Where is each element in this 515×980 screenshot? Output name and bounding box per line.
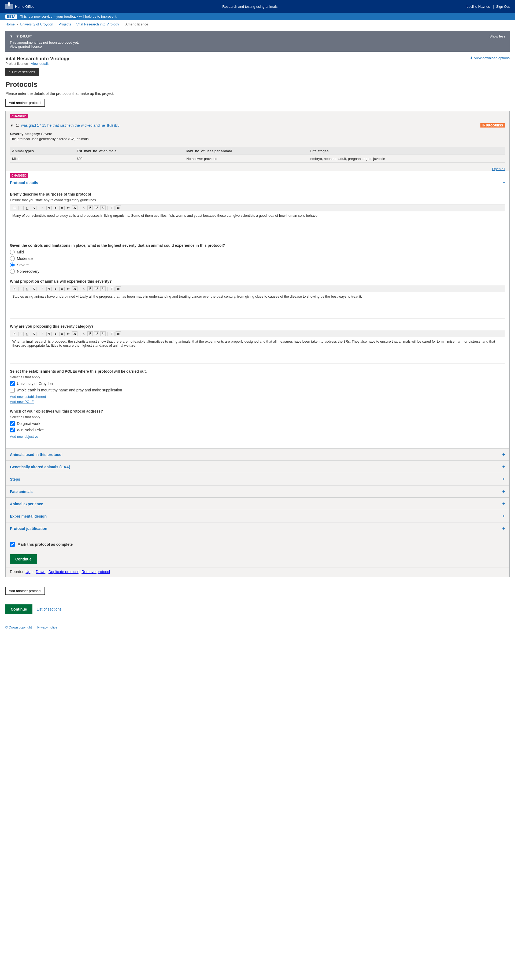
feedback-link[interactable]: feedback	[64, 14, 78, 19]
tb3-text[interactable]: T	[109, 287, 115, 291]
list-of-sections-bottom-link[interactable]: List of sections	[37, 607, 62, 611]
toolbar-list-unordered[interactable]: ≡	[59, 206, 65, 210]
show-less-link[interactable]: Show less	[489, 34, 505, 38]
toolbar-strikethrough[interactable]: S	[31, 206, 37, 210]
sign-out-link[interactable]: Sign Out	[496, 5, 510, 9]
add-pole-link[interactable]: Add new POLE	[10, 400, 505, 404]
radio-non-recovery[interactable]: Non-recovery	[10, 269, 505, 274]
radio-mild[interactable]: Mild	[10, 250, 505, 255]
mark-complete-label[interactable]: Mark this protocol as complete	[18, 542, 73, 547]
view-details-link[interactable]: View details	[31, 62, 49, 66]
tb4-redo[interactable]: ↻	[100, 331, 106, 336]
section-steps-header[interactable]: Steps +	[6, 473, 509, 485]
tb3-italic[interactable]: I	[18, 287, 24, 291]
section-protocol-justification-header[interactable]: Protocol justification +	[6, 522, 509, 535]
question-1-textarea[interactable]: Many of our scientists need to study cel…	[10, 211, 505, 238]
toolbar-text[interactable]: T	[109, 206, 115, 210]
tb3-strikethrough[interactable]: S	[31, 287, 37, 291]
radio-severe-input[interactable]	[10, 262, 15, 267]
establishment-whole-earth-checkbox[interactable]	[10, 388, 15, 393]
mark-complete-checkbox[interactable]	[10, 542, 15, 547]
objective-nobel-checkbox[interactable]	[10, 428, 15, 433]
radio-mild-input[interactable]	[10, 250, 15, 255]
toolbar-section[interactable]: ⁋	[88, 205, 93, 210]
question-4-textarea[interactable]: When animal research is proposed, the sc…	[10, 337, 505, 364]
view-granted-licence-link[interactable]: View granted licence	[10, 45, 42, 48]
section-animal-experience-header[interactable]: Animal experience +	[6, 498, 509, 510]
breadcrumb-university[interactable]: University of Croydon	[20, 22, 53, 26]
list-of-sections-button[interactable]: • List of sections	[5, 68, 39, 76]
remove-protocol-link[interactable]: Remove protocol	[81, 570, 110, 574]
objective-win-nobel[interactable]: Win Nobel Prize	[10, 428, 505, 433]
reorder-up-link[interactable]: Up	[26, 570, 30, 574]
toolbar-bold[interactable]: B	[12, 206, 17, 210]
tb3-table[interactable]: ⊞	[116, 286, 121, 291]
breadcrumb-home[interactable]: Home	[5, 22, 15, 26]
toolbar-para[interactable]: ¶	[46, 206, 52, 210]
tb3-underline[interactable]: U	[25, 287, 30, 291]
tb3-ol[interactable]: ≡	[53, 287, 58, 291]
tb4-quote[interactable]: "	[40, 332, 45, 336]
edit-title-link[interactable]: Edit title	[107, 124, 119, 127]
add-another-protocol-button-top[interactable]: Add another protocol	[5, 99, 45, 107]
tb4-bold[interactable]: B	[12, 332, 17, 336]
establishment-croydon[interactable]: University of Croydon	[10, 381, 505, 386]
toolbar-redo[interactable]: ↻	[100, 205, 106, 210]
tb4-text[interactable]: T	[109, 332, 115, 336]
reorder-down-link[interactable]: Down	[36, 570, 46, 574]
tb4-underline[interactable]: U	[25, 332, 30, 336]
add-another-protocol-button-bottom[interactable]: Add another protocol	[5, 587, 45, 595]
toolbar-italic[interactable]: I	[18, 206, 24, 210]
toolbar-table[interactable]: ⊞	[116, 205, 121, 210]
privacy-notice-link[interactable]: Privacy notice	[37, 625, 57, 629]
protocol-title-link[interactable]: was glad 17 15 he that justifieth the wi…	[21, 123, 105, 127]
toolbar-list-ordered[interactable]: ≡	[53, 206, 58, 210]
section-animals-used-header[interactable]: Animals used in this protocol +	[6, 449, 509, 461]
tb3-redo[interactable]: ↻	[100, 286, 106, 291]
toolbar-undo[interactable]: ↺	[94, 205, 99, 210]
tb4-table[interactable]: ⊞	[116, 331, 121, 336]
protocol-details-header[interactable]: Protocol details −	[6, 178, 509, 188]
bottom-continue-button[interactable]: Continue	[5, 605, 32, 614]
tb4-para[interactable]: ¶	[46, 332, 52, 336]
add-establishment-link[interactable]: Add new establishment	[10, 395, 505, 399]
section-fate-animals-header[interactable]: Fate animals +	[6, 485, 509, 498]
toolbar-subscript[interactable]: x₂	[72, 205, 78, 210]
tb4-sub[interactable]: x₂	[72, 331, 78, 336]
radio-non-recovery-input[interactable]	[10, 269, 15, 274]
tb3-bold[interactable]: B	[12, 287, 17, 291]
tb4-undo[interactable]: ↺	[94, 331, 99, 336]
establishment-whole-earth[interactable]: whole earth is mount thy name and pray a…	[10, 388, 505, 393]
view-download-options-link[interactable]: ⬇ View download options	[470, 56, 510, 60]
radio-moderate-input[interactable]	[10, 256, 15, 261]
radio-severe[interactable]: Severe	[10, 262, 505, 267]
add-objective-link[interactable]: Add new objective	[10, 434, 505, 439]
tb4-strikethrough[interactable]: S	[31, 332, 37, 336]
section-gaa-header[interactable]: Genetically altered animals (GAA) +	[6, 461, 509, 473]
continue-button-inner[interactable]: Continue	[10, 554, 37, 564]
toolbar-underline[interactable]: U	[25, 206, 30, 210]
tb3-section[interactable]: ⁋	[88, 286, 93, 291]
objective-do-great-work[interactable]: Do great work	[10, 421, 505, 426]
tb3-ul[interactable]: ≡	[59, 287, 65, 291]
toolbar-home[interactable]: ⌂	[81, 206, 86, 210]
crown-copyright-link[interactable]: © Crown copyright	[5, 625, 32, 629]
breadcrumb-vital-research[interactable]: Vital Research into Virology	[77, 22, 119, 26]
tb3-sub[interactable]: x₂	[72, 286, 78, 291]
toolbar-superscript[interactable]: x²	[66, 206, 71, 210]
tb4-italic[interactable]: I	[18, 332, 24, 336]
toolbar-quote[interactable]: "	[40, 206, 45, 210]
breadcrumb-projects[interactable]: Projects	[59, 22, 71, 26]
tb3-quote[interactable]: "	[40, 287, 45, 291]
tb3-home[interactable]: ⌂	[81, 287, 86, 291]
tb4-sup[interactable]: x²	[66, 332, 71, 336]
tb4-home[interactable]: ⌂	[81, 332, 86, 336]
objective-great-work-checkbox[interactable]	[10, 421, 15, 426]
section-experimental-design-header[interactable]: Experimental design +	[6, 510, 509, 522]
tb3-para[interactable]: ¶	[46, 287, 52, 291]
tb4-section[interactable]: ⁋	[88, 331, 93, 336]
tb4-ol[interactable]: ≡	[53, 332, 58, 336]
tb3-sup[interactable]: x²	[66, 287, 71, 291]
establishment-croydon-checkbox[interactable]	[10, 381, 15, 386]
radio-moderate[interactable]: Moderate	[10, 256, 505, 261]
